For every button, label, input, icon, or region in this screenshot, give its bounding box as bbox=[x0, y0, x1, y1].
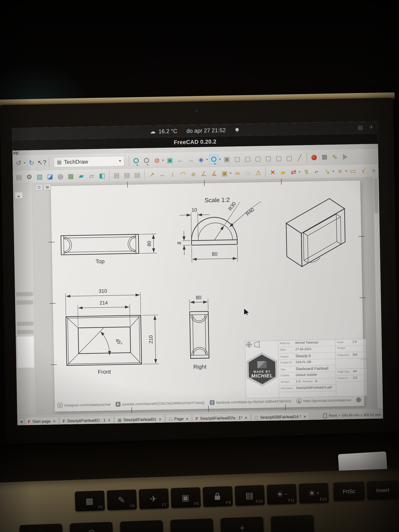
toolbar-button[interactable]: ∞ bbox=[233, 168, 242, 178]
toolbar-button[interactable]: ↖? bbox=[37, 157, 47, 167]
toolbar-button[interactable]: ▤ bbox=[132, 170, 142, 180]
toolbar-button[interactable] bbox=[109, 170, 109, 181]
toolbar-button[interactable]: ◪ bbox=[45, 171, 55, 182]
toolbar-button[interactable]: ▣ bbox=[222, 154, 232, 164]
vertical-scrollbar[interactable] bbox=[373, 177, 383, 409]
toolbar-button[interactable] bbox=[144, 169, 145, 180]
tab-close-icon[interactable]: ✕ bbox=[158, 417, 161, 421]
toolbar-button[interactable]: √ bbox=[359, 166, 368, 176]
toolbar-button[interactable]: ▤ bbox=[14, 172, 24, 182]
tree-item-stripe[interactable] bbox=[17, 322, 33, 326]
section-view: Scale 1:2 10 R30 bbox=[176, 196, 262, 263]
toolbar-button[interactable]: ↻ bbox=[27, 158, 36, 168]
toolbar-button[interactable] bbox=[306, 152, 307, 163]
toolbar-button[interactable]: ▣ bbox=[220, 168, 229, 178]
toolbar-button[interactable]: ↗ bbox=[147, 170, 157, 180]
toolbar-button[interactable] bbox=[309, 152, 319, 163]
tab-scroll-left-button[interactable]: ◀ bbox=[18, 418, 24, 425]
toolbar-button[interactable]: ▱ bbox=[87, 171, 96, 181]
tab-close-icon[interactable]: ✕ bbox=[108, 418, 111, 422]
toolbar-button[interactable] bbox=[129, 155, 129, 166]
weather-indicator[interactable]: ☁ 16.2 °C bbox=[150, 128, 177, 135]
toolbar-button[interactable]: ▦ bbox=[66, 171, 76, 181]
document-tab[interactable]: F Seazip6Fairlead01 : 1 ✕ bbox=[59, 416, 114, 425]
footer-link: g https://gumroad.com/mtieleman bbox=[297, 398, 351, 404]
toolbar-button[interactable] bbox=[131, 156, 141, 166]
drawing-viewport[interactable]: 80 Top Scale 1:2 bbox=[32, 177, 383, 415]
toolbar-button[interactable] bbox=[340, 152, 350, 162]
toolbar-button[interactable]: ▢ bbox=[243, 154, 253, 164]
toolbar-button[interactable] bbox=[49, 157, 50, 168]
tree-item-stripe[interactable] bbox=[16, 292, 33, 296]
toolbar-button[interactable]: ∥ bbox=[382, 165, 383, 175]
toolbar-button[interactable]: ⚠ bbox=[253, 167, 263, 178]
toolbar-button[interactable]: ▰ bbox=[278, 167, 288, 177]
toolbar-button[interactable]: ✕ bbox=[268, 167, 278, 177]
toolbar-button[interactable] bbox=[209, 154, 219, 164]
toolbar-button[interactable]: ◎ bbox=[56, 171, 65, 181]
tab-close-icon[interactable]: ✕ bbox=[304, 415, 306, 418]
toolbar-button[interactable]: ▣ bbox=[165, 155, 175, 165]
toolbar-button[interactable] bbox=[142, 155, 152, 166]
scrollbar-thumb[interactable] bbox=[374, 178, 378, 213]
svg-text:80: 80 bbox=[146, 241, 152, 247]
tab-close-icon[interactable]: ✕ bbox=[53, 419, 56, 423]
toolbar-button[interactable]: ◈ bbox=[196, 154, 206, 165]
toolbar-button[interactable] bbox=[320, 152, 329, 162]
toolbar-button[interactable]: ▢ bbox=[284, 153, 294, 163]
toolbar-button[interactable]: ⊘ bbox=[152, 155, 162, 165]
tray-icon[interactable]: ✈ bbox=[369, 124, 374, 131]
document-tab[interactable]: F Start page ✕ bbox=[25, 417, 59, 425]
toolbar-button[interactable]: ◌ bbox=[243, 168, 253, 178]
toolbar-button[interactable]: ↔ bbox=[157, 169, 167, 180]
toolbar-button[interactable]: ▢ bbox=[232, 154, 242, 164]
workbench-selector[interactable]: ▦ TechDraw bbox=[54, 156, 125, 167]
toolbar-button[interactable]: → bbox=[186, 155, 196, 165]
toolbar-button[interactable]: ⌖ bbox=[369, 165, 379, 176]
toolbar-button[interactable]: ▰ bbox=[76, 171, 86, 181]
toolbar-button[interactable]: ↘ bbox=[322, 166, 332, 177]
toolbar-button[interactable]: ▤ bbox=[122, 170, 132, 180]
letter-key-row: X C + bbox=[19, 515, 315, 532]
toolbar-button[interactable]: ⚙ bbox=[24, 172, 34, 182]
toolbar-button[interactable]: ⇄ bbox=[289, 167, 298, 177]
keyboard-key bbox=[170, 518, 215, 532]
document-tab[interactable]: F Seazip6Fairlead02a : 1* ✕ bbox=[192, 413, 250, 423]
toolbar-button[interactable]: ↺ bbox=[14, 158, 24, 168]
tray-icon[interactable]: ▤ bbox=[358, 124, 363, 131]
toolbar-button[interactable]: ⌀ bbox=[189, 169, 198, 179]
dock-float-button[interactable]: ⊡ bbox=[35, 184, 43, 190]
toolbar-button[interactable]: ◧ bbox=[97, 171, 107, 181]
document-tab[interactable]: ▢ Seazip6SBFairlead1A * ✕ bbox=[251, 412, 310, 422]
toolbar-button[interactable]: ⌐ bbox=[312, 166, 322, 177]
bell-icon[interactable] bbox=[235, 128, 240, 132]
toolbar-button[interactable]: ▧ bbox=[35, 172, 44, 182]
tab-close-icon[interactable]: ✕ bbox=[186, 417, 189, 421]
tree-item-stripe[interactable] bbox=[17, 330, 33, 334]
document-tab[interactable]: ▦ Seazip6Fairlead01 ✕ bbox=[114, 415, 165, 424]
toolbar-button[interactable]: ▢ bbox=[253, 153, 263, 164]
toolbar-button[interactable]: ▢ bbox=[264, 153, 273, 163]
toolbar-button[interactable]: ↕ bbox=[168, 169, 177, 179]
toolbar-button[interactable]: ← bbox=[175, 155, 185, 165]
clock-label[interactable]: do apr 27 21:52 bbox=[186, 127, 226, 134]
dock-close-button[interactable]: ⊠ bbox=[44, 184, 51, 190]
toolbar-button[interactable]: ╱ bbox=[295, 153, 304, 163]
toolbar-button[interactable] bbox=[265, 167, 266, 178]
tab-close-icon[interactable]: ✕ bbox=[244, 416, 247, 420]
toolbar-icon: √ bbox=[361, 167, 365, 174]
toolbar-button[interactable]: ≡ bbox=[335, 166, 345, 176]
toolbar-button[interactable]: ✎ bbox=[330, 152, 340, 162]
tree-item-stripe[interactable] bbox=[16, 300, 33, 305]
toolbar-button[interactable]: ↯ bbox=[302, 167, 311, 177]
panel-scroll-up-button[interactable] bbox=[15, 192, 23, 199]
toolbar-button[interactable]: ∡ bbox=[209, 168, 219, 178]
toolbar-button[interactable]: ∠ bbox=[199, 169, 209, 179]
toolbar-icon: ▰ bbox=[280, 169, 285, 175]
menu-help-partial[interactable]: elp bbox=[13, 151, 19, 155]
toolbar-button[interactable]: ◠ bbox=[178, 169, 188, 179]
toolbar-button[interactable]: ▢ bbox=[274, 153, 284, 163]
toolbar-button[interactable]: ▤ bbox=[112, 170, 121, 180]
toolbar-button[interactable]: ▭ bbox=[348, 166, 358, 176]
document-tab[interactable]: ▢ Page ✕ bbox=[165, 414, 192, 424]
